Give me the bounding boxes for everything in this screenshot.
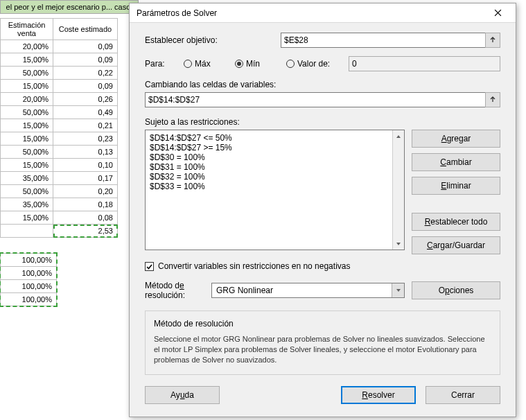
cell-estimation[interactable]: 35,00% <box>1 198 53 211</box>
options-button[interactable]: Opciones <box>412 281 500 299</box>
radio-icon <box>184 60 192 68</box>
nonneg-checkbox[interactable]: Convertir variables sin restricciones en… <box>145 261 500 271</box>
constraint-item[interactable]: $D$14:$D$27 <= 50% <box>150 133 400 143</box>
table-row: 15,00%0,23 <box>1 132 118 146</box>
col-header-estimation: Estimación venta <box>1 19 53 40</box>
cell-cost[interactable]: 0,09 <box>53 53 118 67</box>
radio-icon <box>286 60 295 68</box>
cell-cost[interactable]: 0,49 <box>53 106 118 119</box>
scroll-down-icon[interactable] <box>393 238 404 250</box>
titlebar: Parámetros de Solver <box>130 3 516 23</box>
sum-cell[interactable]: 100,00% <box>1 280 57 293</box>
table-row: 35,00%0,18 <box>1 198 118 211</box>
cell-estimation[interactable]: 50,00% <box>1 185 53 198</box>
table-row: 15,00%0,08 <box>1 211 118 225</box>
changing-ref-button[interactable] <box>485 92 500 107</box>
changing-cells-input[interactable] <box>145 92 486 107</box>
change-button[interactable]: Cambiar <box>412 153 500 171</box>
cell-estimation[interactable]: 15,00% <box>1 211 53 225</box>
close-button-footer[interactable]: Cerrar <box>426 386 500 404</box>
table-row: 50,00%0,49 <box>1 106 118 119</box>
cell-cost[interactable]: 0,18 <box>53 198 118 211</box>
sheet-banner: el peor y el mejor escenario p... caso. <box>0 0 139 14</box>
cell-estimation[interactable]: 50,00% <box>1 146 53 159</box>
constraint-item[interactable]: $D$32 = 100% <box>150 172 400 182</box>
objective-cell-input[interactable] <box>281 33 486 48</box>
group-title: Método de resolución <box>154 318 491 330</box>
objective-ref-button[interactable] <box>485 33 500 48</box>
cell-estimation[interactable]: 15,00% <box>1 132 53 146</box>
col-header-cost: Coste estimado <box>53 19 118 40</box>
radio-max[interactable]: Máx <box>184 59 235 69</box>
add-button[interactable]: Agregar <box>412 130 500 148</box>
cell-estimation[interactable]: 50,00% <box>1 106 53 119</box>
constraint-item[interactable]: $D$14:$D$27 >= 15% <box>150 143 400 152</box>
table-row: 50,00%0,13 <box>1 146 118 159</box>
cell-cost[interactable]: 0,09 <box>53 40 118 53</box>
scroll-up-icon[interactable] <box>393 130 404 142</box>
cell-estimation[interactable]: 15,00% <box>1 159 53 172</box>
cell-cost[interactable]: 0,10 <box>53 159 118 172</box>
table-row: 15,00%0,09 <box>1 53 118 67</box>
total-empty <box>1 225 53 238</box>
data-table: Estimación venta Coste estimado 20,00%0,… <box>0 18 118 238</box>
set-objective-label: Establecer objetivo: <box>145 35 281 45</box>
cell-cost[interactable]: 0,20 <box>53 185 118 198</box>
method-select[interactable]: GRG Nonlinear <box>211 283 405 298</box>
collapse-icon <box>489 36 497 44</box>
group-text: Seleccione el motor GRG Nonlinear para p… <box>154 334 491 366</box>
constraint-item[interactable]: $D$31 = 100% <box>150 162 400 172</box>
cell-cost[interactable]: 0,26 <box>53 93 118 106</box>
cell-cost[interactable]: 0,08 <box>53 211 118 225</box>
table-row: 15,00%0,21 <box>1 119 118 132</box>
cell-estimation[interactable]: 50,00% <box>1 67 53 80</box>
cell-estimation[interactable]: 15,00% <box>1 53 53 67</box>
cell-cost[interactable]: 0,23 <box>53 132 118 146</box>
radio-min[interactable]: Mín <box>235 59 286 69</box>
changing-cells-label: Cambiando las celdas de variables: <box>145 80 500 89</box>
help-button[interactable]: Ayuda <box>145 386 220 404</box>
sum-cell[interactable]: 100,00% <box>1 254 57 267</box>
sum-cell[interactable]: 100,00% <box>1 267 57 280</box>
cell-cost[interactable]: 0,22 <box>53 67 118 80</box>
table-row: 20,00%0,26 <box>1 93 118 106</box>
close-button[interactable] <box>484 6 511 21</box>
load-save-button[interactable]: Cargar/Guardar <box>412 236 500 254</box>
sum-block[interactable]: 100,00%100,00%100,00%100,00% <box>0 253 57 306</box>
delete-button[interactable]: Eliminar <box>412 177 500 195</box>
cell-estimation[interactable]: 35,00% <box>1 172 53 185</box>
chevron-down-icon <box>392 283 404 297</box>
constraints-listbox[interactable]: $D$14:$D$27 <= 50%$D$14:$D$27 >= 15%$D$3… <box>145 130 405 250</box>
constraints-label: Sujeto a las restricciones: <box>145 117 500 127</box>
cell-estimation[interactable]: 15,00% <box>1 119 53 132</box>
spreadsheet-area: el peor y el mejor escenario p... caso. … <box>0 0 139 308</box>
to-label: Para: <box>145 59 184 69</box>
close-icon <box>494 9 502 17</box>
checkbox-icon <box>145 262 154 271</box>
total-cell[interactable]: 2,53 <box>53 225 118 238</box>
reset-all-button[interactable]: Restablecer todo <box>412 213 500 231</box>
table-row: 20,00%0,09 <box>1 40 118 53</box>
radio-value-of[interactable]: Valor de: <box>286 59 349 69</box>
cell-cost[interactable]: 0,21 <box>53 119 118 132</box>
cell-estimation[interactable]: 15,00% <box>1 80 53 93</box>
table-row: 15,00%0,10 <box>1 159 118 172</box>
method-description-group: Método de resolución Seleccione el motor… <box>145 310 500 375</box>
solver-dialog: Parámetros de Solver Establecer objetivo… <box>129 3 516 417</box>
table-row: 50,00%0,22 <box>1 67 118 80</box>
constraint-item[interactable]: $D$33 = 100% <box>150 182 400 191</box>
cell-estimation[interactable]: 20,00% <box>1 93 53 106</box>
constraint-item[interactable]: $D$30 = 100% <box>150 152 400 162</box>
cell-estimation[interactable]: 20,00% <box>1 40 53 53</box>
solve-button[interactable]: Resolver <box>341 386 416 404</box>
value-of-input[interactable] <box>349 56 500 71</box>
cell-cost[interactable]: 0,09 <box>53 80 118 93</box>
radio-icon <box>235 60 243 68</box>
collapse-icon <box>489 96 497 104</box>
dialog-title: Parámetros de Solver <box>137 8 217 18</box>
cell-cost[interactable]: 0,17 <box>53 172 118 185</box>
scrollbar[interactable] <box>392 130 404 250</box>
method-label: Método de resolución: <box>145 281 204 301</box>
cell-cost[interactable]: 0,13 <box>53 146 118 159</box>
sum-cell[interactable]: 100,00% <box>1 293 57 306</box>
